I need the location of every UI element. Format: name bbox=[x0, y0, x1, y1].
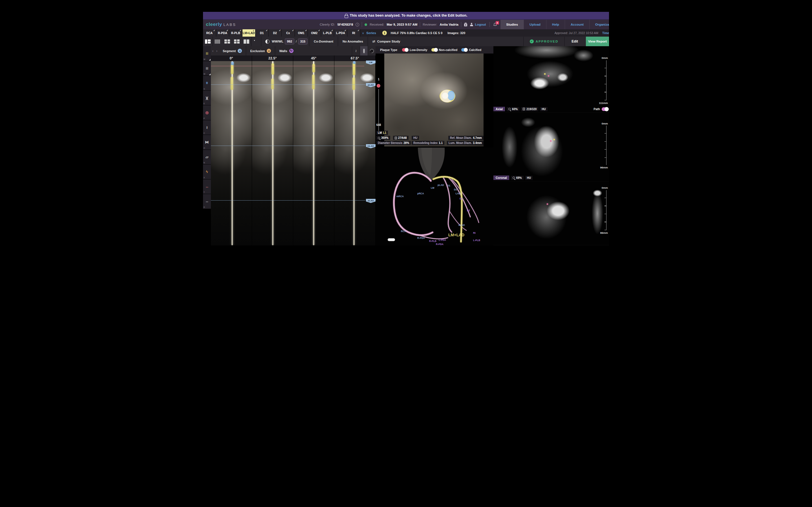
mpr-panel-22deg[interactable] bbox=[252, 61, 293, 245]
layout-2x2-icon[interactable] bbox=[224, 40, 230, 44]
next-chevron-icon[interactable]: › bbox=[215, 49, 219, 53]
tool-tile[interactable]: ▱ N bbox=[203, 150, 211, 165]
vessel-label-D1[interactable]: D1 bbox=[460, 197, 463, 200]
mpr-panel-67deg[interactable] bbox=[335, 61, 375, 245]
coronary-tree-3d-view[interactable]: mRCApRCALMpLADD1D2LADD1D2dLADRIRCAR-PDAR… bbox=[375, 148, 493, 245]
vessel-label-pLAD[interactable]: pLAD bbox=[438, 184, 444, 186]
segment-boundary-line[interactable] bbox=[211, 200, 365, 201]
slider-knob[interactable] bbox=[377, 84, 380, 88]
vessel-label-LM[interactable]: LM bbox=[431, 186, 434, 189]
plaque-toggle[interactable] bbox=[402, 48, 408, 52]
tool-tile[interactable]: ⋈ O bbox=[203, 135, 211, 150]
vessel-tab[interactable]: L-PLB ✓ bbox=[321, 29, 335, 37]
compare-study-button[interactable]: ⇄ Compare Study bbox=[368, 37, 405, 46]
zoom-chip[interactable]: 60% bbox=[507, 107, 519, 111]
vessel-label-mRCA[interactable]: mRCA bbox=[396, 195, 404, 198]
sagittal-view[interactable]: 0mm 96mm bbox=[493, 182, 609, 245]
plaque-toggle[interactable] bbox=[432, 48, 438, 52]
notifications-button[interactable]: 3 bbox=[490, 20, 500, 29]
add-segment-button[interactable]: Segment + bbox=[219, 46, 246, 55]
view-report-button[interactable]: View Report bbox=[586, 37, 609, 46]
hu-chip[interactable]: HU bbox=[540, 107, 547, 111]
window-level-input[interactable]: 315 bbox=[298, 38, 308, 45]
chevron-down-icon[interactable]: ∨ bbox=[362, 32, 364, 35]
vessel-tab[interactable]: D1 ✓ bbox=[255, 29, 269, 37]
nav-item[interactable]: Account bbox=[565, 20, 589, 29]
add-exclusion-button[interactable]: Exclusion + bbox=[246, 46, 275, 55]
segment-boundary-line[interactable] bbox=[211, 84, 365, 85]
curved-view-button[interactable]: ≀ bbox=[352, 46, 360, 55]
nav-item[interactable]: Help bbox=[546, 20, 565, 29]
vessel-label-D1[interactable]: D1 bbox=[447, 184, 450, 187]
vessel-label-RCA[interactable]: RCA bbox=[401, 230, 406, 233]
hu-chip[interactable]: HU bbox=[412, 136, 419, 140]
anomalies-button[interactable]: No Anomalies bbox=[338, 37, 368, 46]
layout-split-icon[interactable] bbox=[244, 40, 249, 44]
layout-stripes-icon[interactable] bbox=[215, 40, 220, 44]
tool-tile[interactable]: ǂ G bbox=[203, 76, 211, 91]
edit-button[interactable]: Edit bbox=[564, 37, 585, 46]
series-label[interactable]: Series bbox=[366, 31, 376, 35]
coronal-view[interactable]: 0mm 96mm Coronal 69% HU bbox=[493, 113, 609, 182]
nav-item[interactable]: Organization bbox=[589, 20, 609, 29]
vessel-tab[interactable]: OM1 ✓ bbox=[295, 29, 308, 37]
vessel-tab[interactable]: OM2 ✓ bbox=[308, 29, 321, 37]
walls-button[interactable]: Walls ↻ bbox=[275, 46, 297, 55]
straight-view-button[interactable] bbox=[360, 46, 368, 55]
tool-tile[interactable]: )( E bbox=[203, 91, 211, 106]
vessel-label-L-PDA[interactable]: L-PDA bbox=[439, 238, 446, 241]
window-width-input[interactable]: 992 bbox=[285, 38, 294, 45]
dominance-button[interactable]: Co-Dominant bbox=[309, 37, 338, 46]
tool-tile[interactable]: ◎ P bbox=[203, 105, 211, 120]
vessel-tab[interactable]: LM+LAD ✓ bbox=[243, 29, 256, 37]
vessel-label-LAD[interactable]: LAD bbox=[456, 192, 460, 195]
axial-view[interactable]: 0mm 111mm Axial 60% 219/320 HU bbox=[493, 46, 609, 113]
tool-tile[interactable]: ≀ C bbox=[203, 120, 211, 135]
vessel-tab[interactable]: L-PDA ✓ bbox=[334, 29, 347, 37]
tool-tile[interactable]: ≀≀ W bbox=[203, 46, 211, 61]
vessel-tab[interactable]: D2 ✓ bbox=[269, 29, 282, 37]
zoom-chip[interactable]: 69% bbox=[511, 176, 523, 180]
segment-boundary-line[interactable] bbox=[211, 146, 365, 146]
mpr-panel-45deg[interactable] bbox=[293, 61, 335, 245]
vessel-label-D2[interactable]: D2 bbox=[454, 188, 457, 191]
rotate-3d-button[interactable] bbox=[368, 46, 375, 55]
plaque-toggle[interactable] bbox=[461, 48, 467, 52]
vessel-label-RI[interactable]: RI bbox=[473, 231, 476, 234]
vessel-label-pRCA[interactable]: pRCA bbox=[417, 192, 424, 195]
layout-1-3-icon[interactable] bbox=[205, 40, 211, 44]
vessel-label-R-PLB[interactable]: R-PLB bbox=[429, 240, 437, 242]
layout-quad-icon[interactable] bbox=[234, 40, 240, 44]
logout-button[interactable]: Logout bbox=[467, 20, 490, 29]
hu-chip[interactable]: HU bbox=[525, 176, 532, 180]
path-toggle[interactable] bbox=[602, 107, 608, 111]
nav-item[interactable]: Upload bbox=[523, 20, 546, 29]
slice-chip[interactable]: 27/648 bbox=[393, 136, 409, 140]
vessel-label-L-PLB[interactable]: L-PLB bbox=[473, 239, 480, 242]
tool-tile[interactable]: ↔ T bbox=[203, 179, 211, 194]
timeline-link[interactable]: Timeline bbox=[602, 31, 609, 35]
vessel-tab[interactable]: R-PLB ✓ bbox=[229, 29, 243, 37]
vessel-tab[interactable]: R-PDA ✓ bbox=[216, 29, 230, 37]
tool-tile[interactable]: ↔ D bbox=[203, 194, 211, 209]
vessel-label-R-PDA[interactable]: R-PDA bbox=[417, 237, 425, 239]
info-icon[interactable]: i bbox=[356, 23, 359, 26]
mpr-panel-0deg[interactable] bbox=[211, 61, 252, 245]
zoom-chip[interactable]: 359% bbox=[376, 136, 390, 140]
vessel-tab[interactable]: Cx ✓ bbox=[282, 29, 295, 37]
vessel-tab[interactable]: RCA ✓ bbox=[203, 29, 216, 37]
layout-grid-icon[interactable] bbox=[253, 40, 259, 44]
vessel-label-D2[interactable]: D2 bbox=[467, 209, 470, 212]
cross-section-view[interactable] bbox=[384, 54, 484, 147]
orientation-marker[interactable] bbox=[388, 238, 395, 241]
prev-chevron-icon[interactable]: ‹ bbox=[211, 49, 215, 53]
tool-tile[interactable]: ϟ X bbox=[203, 165, 211, 179]
vessel-label-dLAD[interactable]: dLAD bbox=[458, 224, 465, 226]
nav-item[interactable]: Studies bbox=[500, 20, 524, 29]
left-tool-rail: ≀≀ W ≀≀ W ǂ G )( E bbox=[203, 46, 211, 245]
tool-tile[interactable]: ≀≀ W bbox=[203, 61, 211, 76]
window-level-icon[interactable] bbox=[265, 40, 269, 44]
vessel-label-R-PDA[interactable]: R-PDA bbox=[436, 243, 444, 245]
vessel-tab[interactable]: RI ✓ bbox=[347, 29, 361, 37]
slice-chip[interactable]: 219/320 bbox=[521, 107, 538, 111]
